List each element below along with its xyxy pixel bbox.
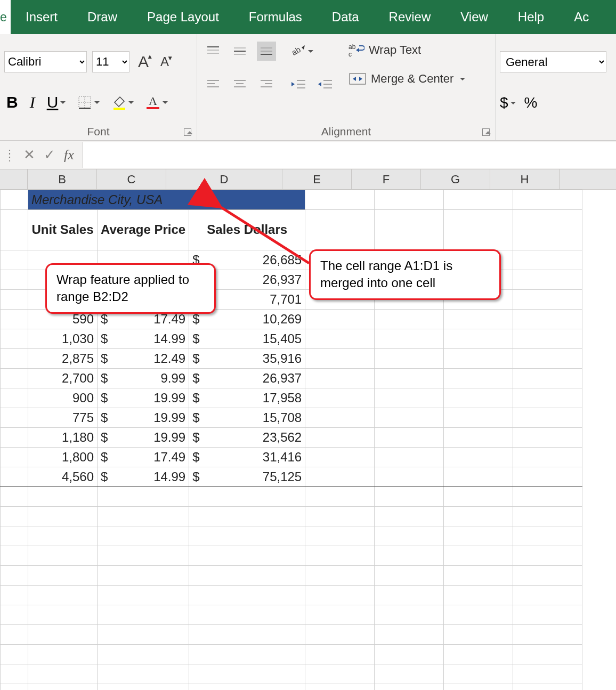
tab-help[interactable]: Help xyxy=(503,0,559,34)
cell[interactable] xyxy=(513,448,582,467)
cell[interactable]: $19.99 xyxy=(98,388,189,408)
cell[interactable] xyxy=(513,526,582,546)
cell[interactable]: 1,180 xyxy=(28,428,98,448)
cell[interactable] xyxy=(375,546,444,566)
cell[interactable] xyxy=(305,467,375,487)
cell[interactable] xyxy=(305,625,375,645)
bold-button[interactable]: B xyxy=(6,93,18,111)
cell[interactable] xyxy=(305,487,375,507)
drag-handle-icon[interactable]: ⋮⋮ xyxy=(4,152,15,158)
formula-input[interactable] xyxy=(83,142,616,168)
underline-button[interactable]: U xyxy=(47,93,66,111)
cell[interactable] xyxy=(513,369,582,388)
font-color-button[interactable]: A xyxy=(145,94,168,110)
cell[interactable]: $19.99 xyxy=(98,428,189,448)
font-dialog-launcher[interactable] xyxy=(184,128,191,136)
cell[interactable]: 2,875 xyxy=(28,349,98,369)
cell[interactable] xyxy=(305,428,375,448)
cell[interactable] xyxy=(305,645,375,664)
percent-button[interactable]: % xyxy=(524,94,538,111)
cell[interactable] xyxy=(305,408,375,428)
number-format-combo[interactable]: General xyxy=(500,51,606,72)
cell[interactable]: $35,916 xyxy=(189,349,305,369)
cell[interactable] xyxy=(375,329,444,349)
cell[interactable] xyxy=(375,526,444,546)
cell[interactable] xyxy=(444,566,513,586)
cell[interactable] xyxy=(444,388,513,408)
col-header-e[interactable]: E xyxy=(282,169,352,189)
cell[interactable]: $14.99 xyxy=(98,467,189,487)
cell[interactable] xyxy=(375,349,444,369)
cell[interactable] xyxy=(305,605,375,625)
align-right-button[interactable] xyxy=(257,75,276,94)
tab-home[interactable]: e xyxy=(0,0,11,34)
cell[interactable]: $17.49 xyxy=(98,448,189,467)
cell[interactable] xyxy=(305,586,375,605)
cell[interactable] xyxy=(444,487,513,507)
cell[interactable] xyxy=(375,388,444,408)
cell[interactable] xyxy=(305,210,375,250)
cell[interactable] xyxy=(375,467,444,487)
decrease-indent-button[interactable] xyxy=(289,75,308,94)
cell[interactable] xyxy=(444,664,513,684)
cell[interactable] xyxy=(305,507,375,526)
cell[interactable] xyxy=(444,586,513,605)
font-size-combo[interactable]: 11 xyxy=(92,51,129,72)
font-name-combo[interactable]: Calibri xyxy=(4,51,87,72)
cell[interactable] xyxy=(305,664,375,684)
cell[interactable] xyxy=(375,210,444,250)
decrease-font-icon[interactable]: A▼ xyxy=(157,54,172,69)
cell[interactable]: $23,562 xyxy=(189,428,305,448)
enter-icon[interactable]: ✓ xyxy=(44,147,55,163)
tab-draw[interactable]: Draw xyxy=(72,0,132,34)
cell[interactable]: 1,800 xyxy=(28,448,98,467)
tab-data[interactable]: Data xyxy=(317,0,374,34)
col-header-d[interactable]: D xyxy=(166,169,282,189)
cell[interactable]: $9.99 xyxy=(98,369,189,388)
cell[interactable] xyxy=(444,645,513,664)
cell[interactable] xyxy=(1,190,28,210)
align-center-button[interactable] xyxy=(230,75,249,94)
cell[interactable] xyxy=(513,546,582,566)
tab-more[interactable]: Ac xyxy=(559,0,591,34)
cell[interactable]: 2,700 xyxy=(28,369,98,388)
cell[interactable]: $26,937 xyxy=(189,369,305,388)
wrap-text-button[interactable]: abc Wrap Text xyxy=(345,40,468,60)
cell[interactable] xyxy=(375,428,444,448)
cell[interactable]: $17,958 xyxy=(189,388,305,408)
cell[interactable]: 900 xyxy=(28,388,98,408)
merge-center-button[interactable]: Merge & Center xyxy=(345,69,468,88)
cell[interactable] xyxy=(513,329,582,349)
cell[interactable] xyxy=(375,645,444,664)
cell[interactable] xyxy=(444,625,513,645)
cell[interactable] xyxy=(305,349,375,369)
cell[interactable] xyxy=(513,290,582,310)
cell[interactable] xyxy=(375,507,444,526)
tab-page-layout[interactable]: Page Layout xyxy=(132,0,234,34)
increase-indent-button[interactable] xyxy=(315,75,335,94)
cell[interactable] xyxy=(513,210,582,250)
alignment-dialog-launcher[interactable] xyxy=(482,128,490,136)
cell[interactable] xyxy=(513,408,582,428)
cell[interactable] xyxy=(375,566,444,586)
cell[interactable] xyxy=(513,190,582,210)
currency-button[interactable]: $ xyxy=(500,94,516,111)
cell[interactable] xyxy=(444,310,513,329)
fx-button[interactable]: fx xyxy=(64,147,74,163)
cell[interactable]: $75,125 xyxy=(189,467,305,487)
align-top-button[interactable] xyxy=(204,42,223,61)
header-unit-sales[interactable]: Unit Sales xyxy=(28,210,98,250)
align-bottom-button[interactable] xyxy=(257,42,276,61)
cell[interactable] xyxy=(513,270,582,290)
cell[interactable]: $15,405 xyxy=(189,329,305,349)
cell[interactable] xyxy=(305,448,375,467)
cell[interactable] xyxy=(513,566,582,586)
cell[interactable] xyxy=(305,388,375,408)
cell[interactable] xyxy=(305,310,375,329)
borders-button[interactable] xyxy=(77,95,100,110)
col-header-f[interactable]: F xyxy=(352,169,421,189)
cancel-icon[interactable]: ✕ xyxy=(23,147,35,163)
cell[interactable] xyxy=(513,605,582,625)
cell[interactable] xyxy=(513,625,582,645)
cell[interactable] xyxy=(375,408,444,428)
